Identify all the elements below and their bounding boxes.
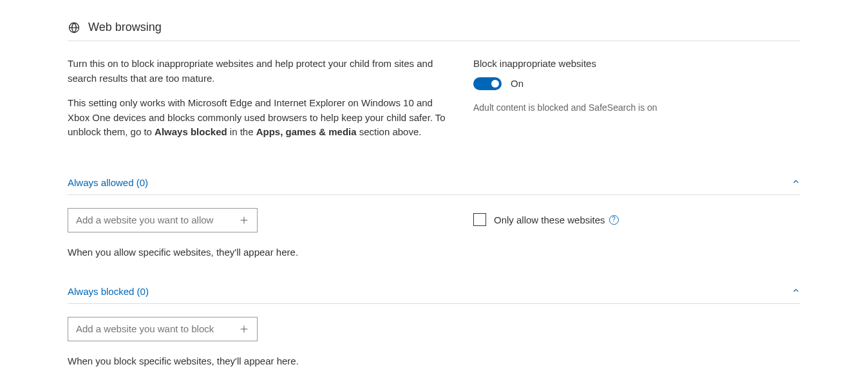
info-icon[interactable]: ? bbox=[609, 215, 619, 225]
intro-p2-bold2: Apps, games & media bbox=[256, 126, 357, 137]
only-allow-label: Only allow these websites ? bbox=[494, 213, 619, 227]
intro-paragraph-1: Turn this on to block inappropriate webs… bbox=[68, 57, 448, 86]
only-allow-checkbox[interactable] bbox=[473, 213, 486, 226]
intro-p2-bold1: Always blocked bbox=[155, 126, 227, 137]
only-allow-text: Only allow these websites bbox=[494, 213, 605, 227]
block-toggle-switch[interactable] bbox=[473, 77, 502, 90]
always-blocked-header[interactable]: Always blocked (0) bbox=[68, 285, 800, 304]
chevron-up-icon bbox=[791, 285, 800, 298]
add-allow-button[interactable] bbox=[231, 209, 257, 232]
web-browsing-section-header: Web browsing bbox=[68, 19, 800, 41]
description-column: Turn this on to block inappropriate webs… bbox=[68, 57, 448, 150]
chevron-up-icon bbox=[791, 176, 800, 189]
always-allowed-title: Always allowed (0) bbox=[68, 176, 148, 189]
intro-p2-mid: in the bbox=[227, 126, 256, 137]
block-toggle-label: Block inappropriate websites bbox=[473, 57, 800, 70]
allow-input-wrap bbox=[68, 208, 258, 232]
intro-paragraph-2: This setting only works with Microsoft E… bbox=[68, 96, 448, 140]
block-status-text: Adult content is blocked and SafeSearch … bbox=[473, 102, 800, 115]
block-website-input[interactable] bbox=[68, 318, 231, 339]
globe-icon bbox=[68, 21, 80, 34]
always-blocked-title: Always blocked (0) bbox=[68, 285, 149, 298]
add-block-button[interactable] bbox=[231, 317, 257, 341]
toggle-knob bbox=[491, 80, 499, 88]
block-toggle-state: On bbox=[511, 77, 524, 90]
section-title: Web browsing bbox=[88, 19, 162, 35]
allow-helper-text: When you allow specific websites, they'l… bbox=[68, 245, 448, 259]
toggle-column: Block inappropriate websites On Adult co… bbox=[473, 57, 800, 150]
intro-p2-suffix: section above. bbox=[357, 126, 422, 137]
block-input-wrap bbox=[68, 317, 258, 341]
always-allowed-header[interactable]: Always allowed (0) bbox=[68, 176, 800, 195]
allow-website-input[interactable] bbox=[68, 209, 231, 231]
block-helper-text: When you block specific websites, they'l… bbox=[68, 354, 448, 368]
